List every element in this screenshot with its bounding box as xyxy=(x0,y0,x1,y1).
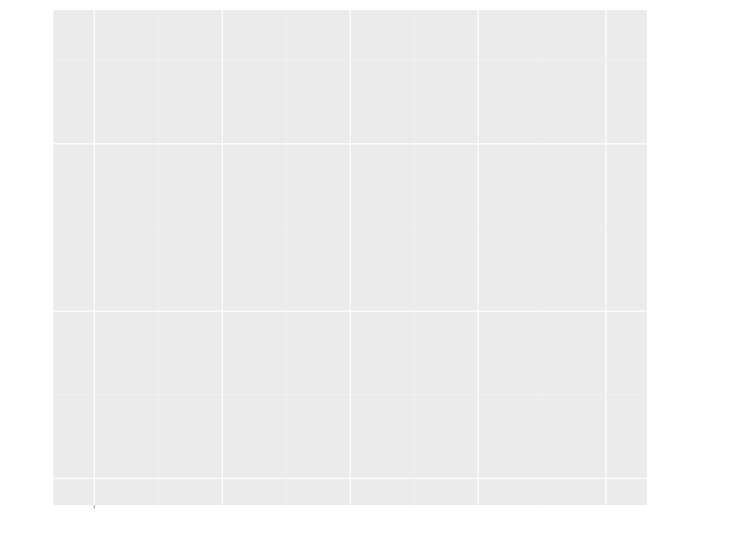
scatter-chart xyxy=(0,0,756,540)
chart-container xyxy=(0,0,756,540)
